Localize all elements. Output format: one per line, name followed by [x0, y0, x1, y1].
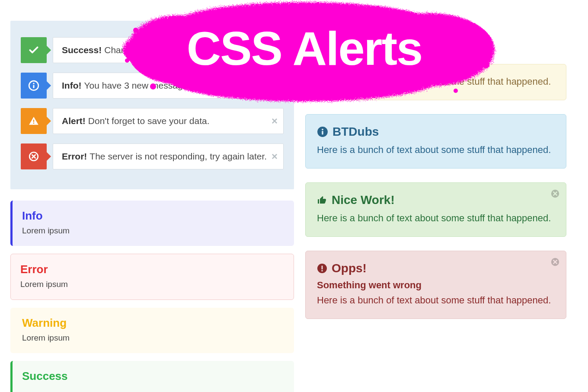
boot-alert-text: Here is a bunch of text about some stuff…	[317, 293, 555, 307]
alert-text: Changes have been saved.	[104, 45, 215, 55]
alert-body: Info!You have 3 new messages in your inb…	[53, 73, 284, 99]
svg-rect-12	[322, 265, 323, 269]
boot-alert-text: Here is a bunch of text about some stuff…	[317, 75, 555, 89]
alert-strong: Alert!	[62, 116, 86, 126]
exclamation-icon	[317, 263, 327, 274]
boot-alert-info: BTDubs Here is a bunch of text about som…	[305, 114, 566, 169]
svg-point-22	[466, 23, 471, 29]
close-icon[interactable]	[550, 189, 560, 201]
flat-alert-title: Error	[20, 263, 284, 276]
boot-alert-header: Opps!	[317, 261, 555, 275]
svg-point-4	[33, 123, 35, 124]
boot-alert-error: Opps! Something went wrong Here is a bun…	[305, 251, 566, 319]
svg-point-7	[322, 129, 323, 131]
flat-alert-body: Lorem ipsum	[20, 280, 284, 289]
flat-alert-body: Lorem ipsum	[22, 226, 284, 236]
boot-alert-warning: Here is a bunch of text about some stuff…	[305, 64, 566, 100]
alert-text: The server is not responding, try again …	[89, 151, 267, 162]
close-icon[interactable]: ×	[272, 115, 278, 127]
flat-alert-info: Info Lorem ipsum	[10, 201, 294, 246]
flat-alert-error: Error Lorem ipsum	[10, 254, 294, 300]
boot-alert-text: Here is a bunch of text about some stuff…	[317, 211, 555, 225]
alert-body: Error!The server is not responding, try …	[53, 143, 284, 169]
flat-alert-title: Success	[22, 370, 284, 383]
alert-text: You have 3 new messages in your inbox.	[84, 80, 249, 91]
alert-info: Info!You have 3 new messages in your inb…	[21, 73, 284, 99]
svg-point-25	[237, 6, 242, 11]
info-icon	[317, 126, 328, 137]
info-icon	[21, 73, 47, 99]
alert-strong: Success!	[62, 45, 102, 55]
boot-alert-title: Nice Work!	[332, 193, 395, 207]
flat-alert-warning: Warning Lorem ipsum	[10, 308, 294, 353]
alert-body: Alert!Don't forget to save your data.	[53, 108, 284, 134]
svg-rect-8	[322, 131, 323, 135]
times-icon	[21, 143, 47, 169]
close-icon[interactable]: ×	[272, 150, 278, 163]
close-icon[interactable]	[550, 257, 560, 269]
alert-strong: Error!	[62, 151, 87, 162]
boot-alert-header: BTDubs	[317, 125, 555, 139]
svg-point-13	[321, 270, 323, 271]
boot-alert-title: Opps!	[332, 261, 367, 275]
bootstrap-alert-group: Here is a bunch of text about some stuff…	[305, 38, 566, 333]
flat-alert-success: Success	[10, 361, 294, 392]
svg-rect-2	[33, 85, 34, 88]
boot-alert-success: Nice Work! Here is a bunch of text about…	[305, 182, 566, 237]
alert-warning: Alert!Don't forget to save your data. ×	[21, 108, 284, 134]
svg-rect-3	[33, 120, 34, 122]
flat-alert-title: Warning	[22, 316, 284, 330]
boot-alert-title: BTDubs	[332, 125, 379, 139]
svg-point-26	[376, 6, 380, 10]
boot-alert-subtitle: Something went wrong	[317, 280, 555, 291]
check-icon	[21, 37, 47, 63]
arrow-alert-panel: Success!Changes have been saved. × Info!…	[10, 21, 294, 189]
thumbs-up-icon	[317, 195, 327, 205]
alert-body: Success!Changes have been saved.	[53, 37, 284, 63]
flat-alert-group: Info Lorem ipsum Error Lorem ipsum Warni…	[10, 201, 294, 392]
close-icon[interactable]: ×	[272, 44, 278, 56]
boot-alert-header: Nice Work!	[317, 193, 555, 207]
svg-point-1	[33, 83, 34, 84]
alert-error: Error!The server is not responding, try …	[21, 143, 284, 169]
alert-strong: Info!	[62, 80, 81, 91]
alert-text: Don't forget to save your data.	[88, 116, 210, 126]
close-icon[interactable]: ×	[272, 80, 278, 92]
boot-alert-text: Here is a bunch of text about some stuff…	[317, 143, 555, 157]
warning-icon	[21, 108, 47, 134]
flat-alert-title: Info	[22, 209, 284, 223]
alert-success: Success!Changes have been saved. ×	[21, 37, 284, 63]
flat-alert-body: Lorem ipsum	[22, 333, 284, 343]
